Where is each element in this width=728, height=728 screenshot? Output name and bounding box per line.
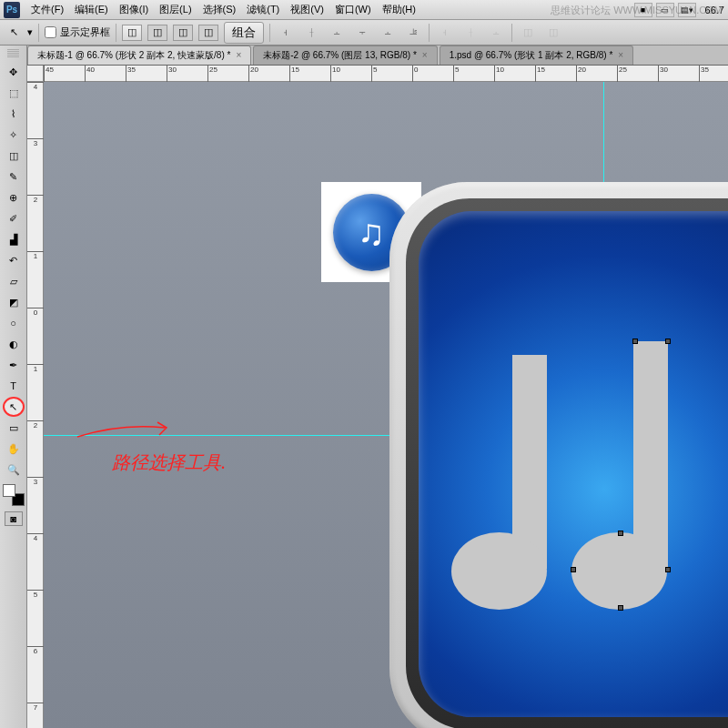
canvas-area: 4540353025201510505101520253035 43210123… bbox=[27, 66, 728, 728]
path-anchor[interactable] bbox=[632, 339, 638, 344]
blur-tool[interactable]: ○ bbox=[3, 313, 25, 333]
align-left[interactable]: ⫞ bbox=[276, 25, 296, 41]
icon-blue-surface bbox=[419, 211, 728, 717]
document-tabs: 未标题-1 @ 66.7% (形状 2 副本 2, 快速蒙版/8) *× 未标题… bbox=[27, 46, 728, 66]
path-anchor[interactable] bbox=[618, 531, 623, 536]
show-bounding-box-checkbox[interactable] bbox=[45, 26, 56, 38]
hand-tool[interactable]: ✋ bbox=[3, 439, 25, 459]
icon-outer-frame bbox=[389, 182, 728, 728]
gradient-tool[interactable]: ◩ bbox=[3, 292, 25, 312]
toolbox-grip[interactable] bbox=[7, 49, 19, 58]
arrange-1[interactable]: ◫ bbox=[518, 25, 538, 41]
align-bottom[interactable]: ⫡ bbox=[403, 25, 423, 41]
doc-tab-2[interactable]: 未标题-2 @ 66.7% (图层 13, RGB/8) *× bbox=[253, 46, 437, 65]
menu-layer[interactable]: 图层(L) bbox=[154, 3, 197, 16]
show-bounding-box-label: 显示定界框 bbox=[60, 25, 110, 39]
path-select-tool-icon: ↖ bbox=[5, 25, 22, 41]
eyedropper-tool[interactable]: ✎ bbox=[3, 167, 25, 187]
distribute-2[interactable]: ⟊ bbox=[460, 25, 480, 41]
pen-tool[interactable]: ✒ bbox=[3, 355, 25, 375]
path-selection-tool[interactable]: ↖ bbox=[3, 397, 25, 417]
path-mode-subtract[interactable]: ◫ bbox=[147, 25, 167, 41]
path-mode-intersect[interactable]: ◫ bbox=[173, 25, 193, 41]
distribute-3[interactable]: ⫠ bbox=[486, 25, 506, 41]
close-icon[interactable]: × bbox=[422, 50, 428, 60]
crop-tool[interactable]: ◫ bbox=[3, 146, 25, 166]
history-brush-tool[interactable]: ↶ bbox=[3, 250, 25, 270]
path-mode-exclude[interactable]: ◫ bbox=[198, 25, 218, 41]
horizontal-ruler[interactable]: 4540353025201510505101520253035 bbox=[44, 66, 728, 82]
arrange-2[interactable]: ◫ bbox=[543, 25, 563, 41]
path-anchor[interactable] bbox=[571, 567, 576, 572]
dodge-tool[interactable]: ◐ bbox=[3, 334, 25, 354]
healing-tool[interactable]: ⊕ bbox=[3, 187, 25, 207]
music-note-icon: ♫ bbox=[358, 212, 385, 253]
options-bar: ↖ ▾ 显示定界框 ◫ ◫ ◫ ◫ 组合 ⫞ ⟊ ⫠ ⫟ ⫠ ⫡ ⫞ ⟊ ⫠ ◫… bbox=[0, 20, 728, 46]
path-mode-add[interactable]: ◫ bbox=[122, 25, 142, 41]
align-right[interactable]: ⫠ bbox=[327, 25, 347, 41]
marquee-tool[interactable]: ⬚ bbox=[3, 83, 25, 103]
icon-dark-ring bbox=[406, 198, 728, 728]
align-center-h[interactable]: ⟊ bbox=[301, 25, 321, 41]
menu-select[interactable]: 选择(S) bbox=[197, 3, 242, 16]
ruler-origin[interactable] bbox=[27, 66, 44, 82]
align-center-v[interactable]: ⫠ bbox=[378, 25, 398, 41]
distribute-1[interactable]: ⫞ bbox=[435, 25, 455, 41]
close-icon[interactable]: × bbox=[618, 50, 623, 60]
menu-file[interactable]: 文件(F) bbox=[25, 3, 69, 16]
eraser-tool[interactable]: ▱ bbox=[3, 271, 25, 291]
toolbox: ✥ ⬚ ⌇ ✧ ◫ ✎ ⊕ ✐ ▟ ↶ ▱ ◩ ○ ◐ ✒ T ↖ ▭ ✋ 🔍 … bbox=[0, 46, 27, 728]
rectangle-tool[interactable]: ▭ bbox=[3, 418, 25, 438]
watermark-text: 思维设计论坛 WWW.MISSYUAN.COM bbox=[551, 4, 723, 17]
note-head-left bbox=[451, 532, 547, 610]
annotation-text: 路径选择工具. bbox=[112, 450, 226, 475]
note-head-right bbox=[571, 532, 667, 610]
menu-edit[interactable]: 编辑(E) bbox=[69, 3, 114, 16]
align-top[interactable]: ⫟ bbox=[352, 25, 372, 41]
doc-tab-1[interactable]: 未标题-1 @ 66.7% (形状 2 副本 2, 快速蒙版/8) *× bbox=[27, 46, 251, 65]
annotation-arrow bbox=[76, 419, 176, 446]
wand-tool[interactable]: ✧ bbox=[3, 125, 25, 145]
type-tool[interactable]: T bbox=[3, 376, 25, 396]
menu-image[interactable]: 图像(I) bbox=[114, 3, 154, 16]
brush-tool[interactable]: ✐ bbox=[3, 208, 25, 228]
path-anchor[interactable] bbox=[618, 605, 623, 611]
menu-filter[interactable]: 滤镜(T) bbox=[241, 3, 285, 16]
photoshop-icon: Ps bbox=[4, 2, 20, 18]
move-tool[interactable]: ✥ bbox=[3, 62, 25, 82]
zoom-tool[interactable]: 🔍 bbox=[3, 460, 25, 480]
foreground-color[interactable] bbox=[3, 484, 15, 497]
stamp-tool[interactable]: ▟ bbox=[3, 229, 25, 249]
doc-tab-3[interactable]: 1.psd @ 66.7% (形状 1 副本 2, RGB/8) *× bbox=[440, 46, 634, 65]
path-anchor[interactable] bbox=[665, 567, 671, 572]
menu-window[interactable]: 窗口(W) bbox=[329, 3, 377, 16]
menu-help[interactable]: 帮助(H) bbox=[377, 3, 421, 16]
vertical-ruler[interactable]: 432101234567 bbox=[27, 82, 44, 728]
combine-button[interactable]: 组合 bbox=[224, 22, 264, 44]
note-stem-right bbox=[633, 341, 668, 569]
close-icon[interactable]: × bbox=[236, 50, 241, 60]
color-swatches[interactable] bbox=[3, 484, 25, 506]
tool-preset-dropdown[interactable]: ▾ bbox=[27, 27, 33, 37]
menu-view[interactable]: 视图(V) bbox=[285, 3, 329, 16]
lasso-tool[interactable]: ⌇ bbox=[3, 104, 25, 124]
path-anchor[interactable] bbox=[665, 339, 671, 344]
canvas[interactable]: ♫ bbox=[44, 82, 728, 728]
quickmask-toggle[interactable]: ◙ bbox=[5, 511, 23, 526]
